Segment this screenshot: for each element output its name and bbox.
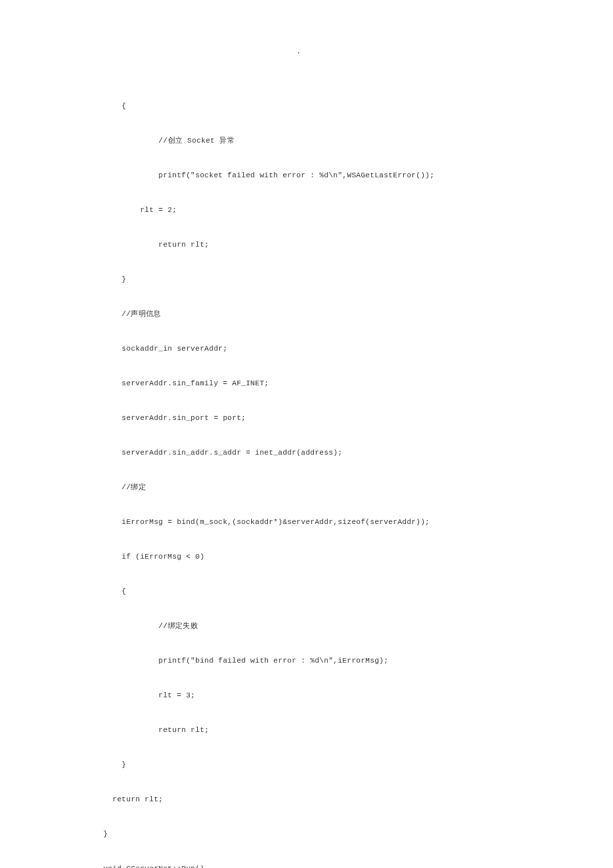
code-line: printf("socket failed with error : %d\n"…: [103, 167, 556, 184]
code-line: printf("bind failed with error : %d\n",i…: [103, 652, 556, 669]
code-line: }: [103, 825, 556, 843]
code-line: //绑定: [103, 479, 556, 496]
page-marker: .: [297, 47, 301, 55]
code-line: sockaddr_in serverAddr;: [103, 340, 556, 357]
code-line: {: [103, 583, 556, 600]
code-line: rlt = 3;: [103, 687, 556, 704]
code-line: {: [103, 97, 556, 115]
code-line: }: [103, 271, 556, 288]
code-line: //声明信息: [103, 305, 556, 323]
code-line: return rlt;: [103, 721, 556, 739]
code-line: if (iErrorMsg < 0): [103, 548, 556, 565]
code-line: serverAddr.sin_port = port;: [103, 409, 556, 427]
code-line: serverAddr.sin_family = AF_INET;: [103, 375, 556, 392]
code-line: void CServerNet::Run(): [103, 860, 556, 868]
code-line: //创立 Socket 异常: [103, 132, 556, 149]
code-line: serverAddr.sin_addr.s_addr = inet_addr(a…: [103, 444, 556, 461]
code-line: return rlt;: [103, 236, 556, 253]
code-line: //绑定失败: [103, 617, 556, 635]
code-line: iErrorMsg = bind(m_sock,(sockaddr*)&serv…: [103, 513, 556, 531]
code-line: return rlt;: [103, 791, 556, 808]
code-line: rlt = 2;: [103, 201, 556, 219]
code-line: }: [103, 756, 556, 773]
code-block: { //创立 Socket 异常 printf("socket failed w…: [103, 80, 556, 868]
